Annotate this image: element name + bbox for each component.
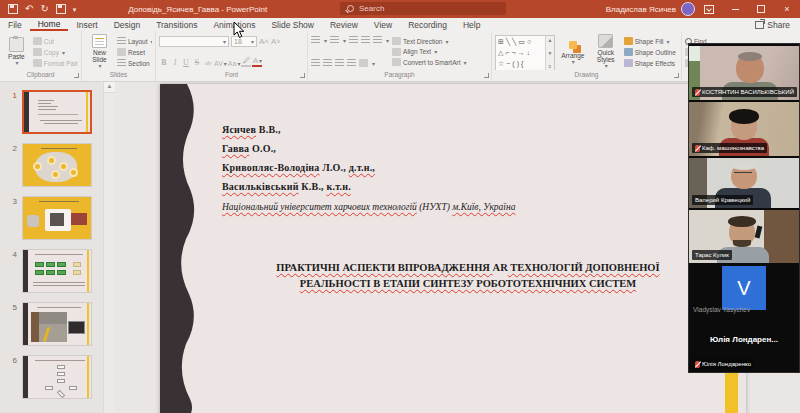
quick-styles-button[interactable]: Quick Styles▾ (591, 34, 621, 70)
user-avatar[interactable] (681, 2, 695, 16)
undo-icon[interactable]: ↶ (25, 4, 33, 14)
paragraph-dialog-launcher[interactable] (484, 73, 489, 78)
tab-file[interactable]: File (0, 18, 30, 31)
align-center-button[interactable] (323, 59, 332, 67)
slide-thumbnail-1[interactable] (22, 90, 92, 134)
grow-font-button[interactable]: A˄ (259, 37, 269, 46)
participant-tile-5[interactable]: VVladyslav Yasychev (689, 263, 799, 315)
shapes-gallery-scrollbar[interactable]: ▲▼≡ (545, 36, 554, 70)
paste-button[interactable]: Paste▾ (3, 34, 30, 70)
smartart-icon (392, 58, 401, 66)
slide-title-line: РЕАЛЬНОСТІ В ЕТАПИ СИНТЕЗУ РОБОТОТЕХНІЧН… (215, 276, 721, 292)
increase-indent-button[interactable] (361, 36, 370, 44)
start-slideshow-icon[interactable] (56, 4, 66, 14)
layout-button[interactable]: Layout▾ (117, 36, 152, 46)
slide-institution-textbox[interactable]: Національний університет харчових технол… (222, 202, 515, 212)
shape-outline-button[interactable]: Shape Outline▾ (624, 47, 678, 57)
tab-view[interactable]: View (366, 18, 400, 31)
slide-number: 3 (8, 196, 17, 206)
ribbon-display-options-button[interactable] (696, 0, 722, 18)
participant-name: Тарас Кулик (695, 251, 729, 259)
slide-thumbnail-2[interactable] (22, 143, 92, 187)
font-name-combobox[interactable]: ▾ (159, 36, 229, 47)
tab-help[interactable]: Help (455, 18, 488, 31)
shape-fill-icon (624, 37, 633, 45)
share-button[interactable]: Share (755, 18, 790, 31)
quick-styles-icon (598, 34, 613, 48)
scroll-up-arrow[interactable]: ▲ (104, 81, 115, 93)
redo-icon[interactable]: ↻ (40, 4, 48, 14)
current-slide[interactable]: Ясичев В.В.,Гавва О.О.,Кривопляс-Володін… (160, 84, 746, 413)
underline-button[interactable]: U (181, 58, 191, 67)
drawing-dialog-launcher[interactable] (674, 73, 679, 78)
font-dialog-launcher[interactable] (300, 73, 305, 78)
tab-home[interactable]: Home (30, 18, 69, 31)
tab-slide-show[interactable]: Slide Show (263, 18, 322, 31)
account-info[interactable]: Владислав Ясичев (606, 0, 695, 18)
italic-button[interactable]: I (170, 58, 180, 67)
tab-recording[interactable]: Recording (400, 18, 455, 31)
align-right-button[interactable] (335, 59, 344, 67)
decrease-indent-button[interactable] (349, 36, 358, 44)
participant-name-tag: Юлія Лондаренко (692, 359, 754, 369)
slide-thumbnail-5[interactable] (22, 302, 92, 346)
save-icon[interactable] (8, 4, 18, 14)
font-size-combobox[interactable]: 18▾ (231, 36, 257, 47)
thumbnail-row: 1 (8, 90, 109, 134)
paste-label: Paste (8, 53, 25, 60)
arrange-button[interactable]: Arrange▾ (558, 34, 588, 70)
tab-animations[interactable]: Animations (205, 18, 263, 31)
tab-design[interactable]: Design (106, 18, 148, 31)
participant-tile-2[interactable]: Каф. машинознавства (689, 100, 799, 156)
justify-button[interactable] (347, 59, 356, 67)
close-button[interactable]: × (774, 0, 800, 18)
text-direction-button[interactable]: Text Direction▾ (392, 36, 466, 46)
slide-thumbnail-6[interactable] (22, 355, 92, 399)
clipboard-dialog-launcher[interactable] (74, 73, 79, 78)
section-button[interactable]: Section▾ (117, 58, 152, 68)
reset-button[interactable]: Reset (117, 47, 152, 57)
participant-tile-6[interactable]: Юлія Лондарен...Юлія Лондаренко (689, 315, 799, 372)
participant-avatar: V (722, 266, 766, 310)
bullets-button[interactable] (311, 36, 320, 44)
slide-authors-textbox[interactable]: Ясичев В.В.,Гавва О.О.,Кривопляс-Володін… (222, 120, 375, 196)
thumbnails-scrollbar[interactable]: ▲ (103, 81, 115, 413)
format-painter-button[interactable]: Format Painter (33, 58, 78, 68)
participant-tile-1[interactable]: Костянтин Васильківський (689, 44, 799, 100)
customize-qat-icon[interactable]: ▾ (73, 6, 77, 13)
tab-insert[interactable]: Insert (68, 18, 105, 31)
cut-button[interactable]: Cut (33, 36, 78, 46)
slide-thumbnail-4[interactable] (22, 249, 92, 293)
restore-button[interactable] (748, 0, 774, 18)
new-slide-button[interactable]: New Slide▾ (85, 34, 114, 70)
highlight-color-button[interactable]: 🖉 (241, 56, 251, 67)
change-case-button[interactable]: Aa▾ (228, 60, 241, 67)
shrink-font-button[interactable]: A˅ (271, 37, 281, 46)
shape-effects-button[interactable]: Shape Effects▾ (624, 58, 678, 68)
align-left-button[interactable] (311, 59, 320, 67)
tab-transitions[interactable]: Transitions (148, 18, 205, 31)
font-color-button[interactable]: A▾ (252, 56, 262, 67)
slide-number: 4 (8, 249, 17, 259)
shape-fill-button[interactable]: Shape Fill▾ (624, 36, 678, 46)
slide-title-textbox[interactable]: ПРАКТИЧНІ АСПЕКТИ ВПРОВАДЖЕННЯ AR ТЕХНОЛ… (215, 260, 721, 292)
align-text-button[interactable]: Align Text▾ (392, 47, 466, 57)
columns-button[interactable] (359, 59, 368, 67)
line-spacing-button[interactable] (373, 36, 382, 44)
numbering-button[interactable] (330, 36, 339, 44)
strikethrough-button[interactable]: S (192, 58, 202, 67)
text-shadow-button[interactable]: ab (203, 59, 213, 67)
shapes-gallery[interactable]: ⊞╲╲▭○ △⌐¬→↓ ☆~(){ ▲▼≡ (495, 35, 555, 70)
title-bar: ↶ ↻ ▾ Доповідь_Ясичев_Гавва - PowerPoint… (0, 0, 800, 18)
participant-name: Валерий Кравецкий (695, 196, 750, 204)
participant-tile-3[interactable]: Валерий Кравецкий (689, 156, 799, 208)
slide-thumbnail-3[interactable] (22, 196, 92, 240)
search-input[interactable]: Search (340, 2, 506, 15)
tab-review[interactable]: Review (322, 18, 366, 31)
participant-tile-4[interactable]: Тарас Кулик (689, 208, 799, 263)
character-spacing-button[interactable]: AV▾ (214, 60, 227, 67)
convert-to-smartart-button[interactable]: Convert to SmartArt▾ (392, 57, 466, 67)
copy-button[interactable]: Copy▾ (33, 47, 78, 57)
minimize-button[interactable] (722, 0, 748, 18)
bold-button[interactable]: B (159, 58, 169, 67)
